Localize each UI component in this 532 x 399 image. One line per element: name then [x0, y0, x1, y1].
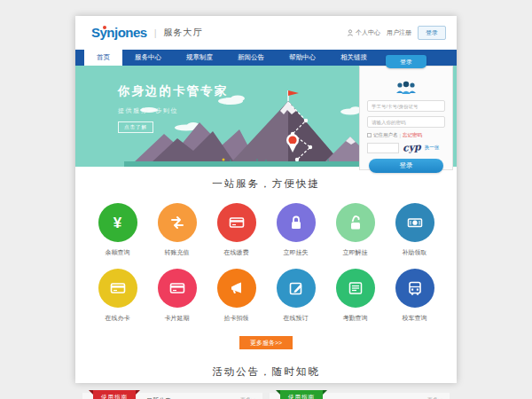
- edit-icon: [287, 279, 305, 297]
- nav-item-news[interactable]: 新闻公告: [225, 50, 277, 66]
- unlock-icon: [347, 214, 364, 231]
- service-online-card-apply[interactable]: 在线办卡: [88, 269, 147, 323]
- transfer-circle: [158, 203, 197, 242]
- payment-circle: [217, 203, 256, 242]
- left-usage-guide-tab[interactable]: 使用指南: [93, 390, 136, 399]
- login-tab[interactable]: 登录: [386, 55, 426, 68]
- megaphone-icon: [228, 279, 246, 297]
- username-input[interactable]: [367, 100, 445, 112]
- card-extension-circle: [158, 269, 197, 308]
- hero-subtitle: 提供服务一步到位: [118, 106, 228, 115]
- service-found-card-claim[interactable]: 拾卡招领: [207, 269, 266, 323]
- unlock-circle: [336, 203, 375, 242]
- yen-icon: ¥: [113, 215, 121, 231]
- attendance-circle: [336, 269, 375, 308]
- hero-title: 你身边的卡管专家: [118, 83, 228, 99]
- person-icon: [347, 29, 354, 36]
- remember-label: 记住用户名: [373, 132, 398, 138]
- banknote-icon: [406, 214, 424, 231]
- service-unlock-card[interactable]: 立即解挂: [325, 203, 385, 257]
- list-icon: [347, 279, 364, 297]
- users-group-icon: [367, 81, 445, 95]
- personal-center-link[interactable]: 个人中心: [347, 28, 380, 37]
- card-apply-circle: [98, 269, 137, 308]
- service-school-bus-inquiry[interactable]: 校车查询: [385, 269, 444, 323]
- bank-card-icon: [109, 279, 127, 297]
- register-link[interactable]: 用户注册: [387, 28, 411, 37]
- nav-item-rules[interactable]: 规章制度: [174, 50, 225, 66]
- nav-item-service-center[interactable]: 服务中心: [122, 50, 174, 66]
- register-label: 用户注册: [387, 28, 411, 37]
- balance-circle: ¥: [98, 203, 137, 242]
- right-more-link[interactable]: 更多>>: [427, 393, 444, 399]
- service-report-loss[interactable]: 立即挂失: [266, 203, 325, 257]
- logo-text: Synjones: [91, 25, 147, 40]
- hero-copy: 你身边的卡管专家 提供服务一步到位 点击了解: [118, 83, 228, 133]
- site-page: Synjones | 服务大厅 个人中心 用户注册 登录 首页 服务中心 规章制…: [75, 16, 457, 383]
- page-background: { "header": { "logo": "Synjones", "site_…: [0, 0, 532, 399]
- service-attendance-inquiry[interactable]: 考勤查询: [325, 269, 385, 323]
- lock-icon: [287, 214, 305, 231]
- refresh-captcha-link[interactable]: 换一张: [425, 145, 440, 151]
- header-login-button[interactable]: 登录: [418, 26, 446, 40]
- captcha-image[interactable]: cyp: [403, 141, 422, 153]
- loss-circle: [277, 203, 316, 242]
- more-services-button[interactable]: 更多服务>>: [239, 336, 293, 349]
- right-announcement-bar: 使用指南 更多>>: [270, 393, 450, 399]
- latest-announcements-tab[interactable]: 最新公告: [146, 393, 171, 399]
- service-subsidy-collect[interactable]: 补助领取: [385, 203, 444, 257]
- service-online-payment[interactable]: 在线缴费: [207, 203, 266, 257]
- password-input[interactable]: [367, 116, 445, 128]
- bank-card-icon: [168, 279, 186, 297]
- remember-checkbox[interactable]: [367, 133, 372, 137]
- service-transfer-recharge[interactable]: 转账充值: [147, 203, 207, 257]
- login-panel: 登录 记住用户名 | 忘记密码 cyp 换一张: [359, 55, 453, 170]
- personal-center-label: 个人中心: [356, 28, 380, 37]
- left-announcement-bar: 使用指南 最新公告 更多>>: [82, 393, 262, 399]
- transfer-arrows-icon: [168, 214, 186, 231]
- left-more-link[interactable]: 更多>>: [240, 393, 257, 399]
- services-section: 一站服务，方便快捷 ¥ 余额查询 转账充值: [75, 167, 457, 349]
- service-online-booking[interactable]: 在线预订: [266, 269, 325, 323]
- services-grid: ¥ 余额查询 转账充值: [88, 203, 444, 323]
- nav-item-help-center[interactable]: 帮助中心: [277, 50, 328, 66]
- service-balance-inquiry[interactable]: ¥ 余额查询: [88, 203, 147, 257]
- hero-cta-button[interactable]: 点击了解: [118, 121, 153, 133]
- bus-circle: [395, 269, 434, 308]
- subsidy-circle: [395, 203, 434, 242]
- separator: |: [400, 133, 401, 138]
- service-card-extension[interactable]: 卡片延期: [147, 269, 207, 323]
- captcha-input[interactable]: [367, 143, 399, 153]
- announcements-title: 活动公告，随时知晓: [75, 365, 457, 379]
- announcement-panels: 使用指南 最新公告 更多>> 使用指南 更多>>: [75, 393, 457, 399]
- forgot-password-link[interactable]: 忘记密码: [403, 132, 422, 138]
- nav-item-home[interactable]: 首页: [84, 50, 122, 66]
- header-right: 个人中心 用户注册 登录: [347, 26, 446, 40]
- logo[interactable]: Synjones | 服务大厅: [91, 25, 203, 40]
- bank-card-icon: [228, 214, 246, 231]
- services-title: 一站服务，方便快捷: [75, 177, 457, 191]
- right-usage-guide-tab[interactable]: 使用指南: [280, 390, 323, 399]
- login-submit-button[interactable]: 登录: [369, 159, 443, 173]
- bus-icon: [406, 279, 424, 297]
- logo-dot-icon: [103, 26, 106, 29]
- site-header: Synjones | 服务大厅 个人中心 用户注册 登录: [75, 16, 457, 50]
- booking-circle: [277, 269, 316, 308]
- site-name: 服务大厅: [164, 27, 203, 39]
- logo-divider: |: [154, 27, 157, 38]
- found-card-circle: [217, 269, 256, 308]
